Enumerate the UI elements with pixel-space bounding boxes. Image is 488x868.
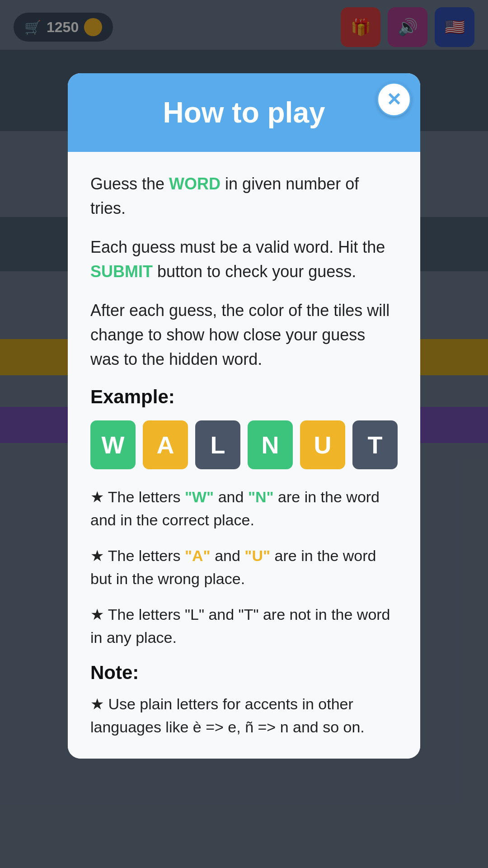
- bullet-2-text: ★ The letters "A" and "U" are in the wor…: [90, 544, 398, 590]
- bullet1-n: "N": [248, 488, 274, 505]
- tiles-row: W A L N U T: [90, 420, 398, 469]
- para2-before: Each guess must be a valid word. Hit the: [90, 238, 385, 256]
- bullet1-w: "W": [185, 488, 214, 505]
- modal-overlay: How to play ✕ Guess the WORD in given nu…: [0, 0, 488, 868]
- para2-submit-highlight: SUBMIT: [90, 262, 153, 281]
- bullet-1: ★ The letters "W" and "N" are in the wor…: [90, 486, 398, 532]
- close-button[interactable]: ✕: [377, 82, 411, 117]
- bullet-2: ★ The letters "A" and "U" are in the wor…: [90, 544, 398, 590]
- modal-header: How to play ✕: [68, 73, 420, 152]
- note-item: ★ Use plain letters for accents in other…: [90, 693, 398, 739]
- tile-a: A: [143, 420, 188, 469]
- close-icon: ✕: [386, 90, 402, 108]
- example-heading: Example:: [90, 386, 398, 408]
- modal-title: How to play: [163, 96, 325, 129]
- paragraph-2: Each guess must be a valid word. Hit the…: [90, 235, 398, 284]
- paragraph-1: Guess the WORD in given number of tries.: [90, 172, 398, 221]
- para1-before: Guess the: [90, 175, 169, 193]
- tile-n: N: [248, 420, 293, 469]
- modal-body: Guess the WORD in given number of tries.…: [68, 152, 420, 759]
- note-text: ★ Use plain letters for accents in other…: [90, 693, 398, 739]
- tile-w: W: [90, 420, 136, 469]
- bullet-3: ★ The letters "L" and "T" are not in the…: [90, 603, 398, 649]
- note-heading: Note:: [90, 662, 398, 684]
- how-to-play-modal: How to play ✕ Guess the WORD in given nu…: [68, 73, 420, 759]
- bullet-3-text: ★ The letters "L" and "T" are not in the…: [90, 603, 398, 649]
- bullet2-a: "A": [185, 547, 211, 564]
- tile-l: L: [195, 420, 240, 469]
- para2-after: button to check your guess.: [157, 262, 356, 281]
- bullet2-u: "U": [244, 547, 270, 564]
- para1-word-highlight: WORD: [169, 175, 221, 193]
- tile-t: T: [352, 420, 398, 469]
- paragraph-3: After each guess, the color of the tiles…: [90, 298, 398, 372]
- bullet-1-text: ★ The letters "W" and "N" are in the wor…: [90, 486, 398, 532]
- note-section: Note: ★ Use plain letters for accents in…: [90, 662, 398, 739]
- tile-u: U: [300, 420, 345, 469]
